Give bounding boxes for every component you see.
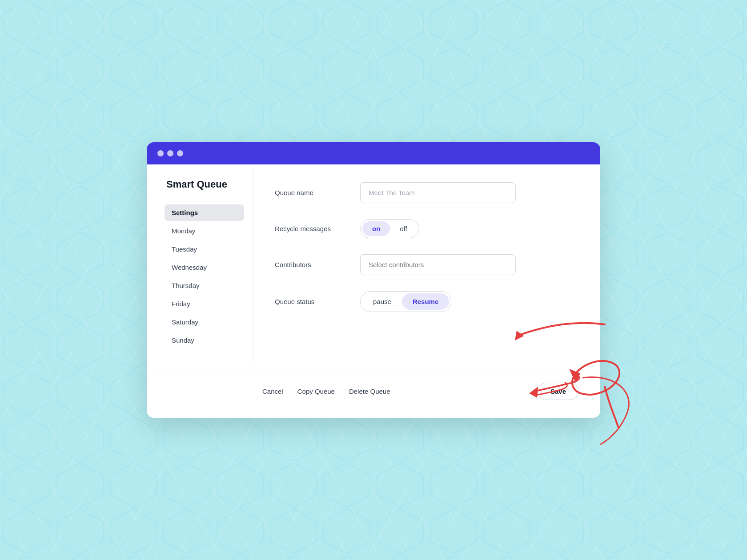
- modal-window: Smart Queue Settings Monday Tuesday Wedn…: [147, 142, 600, 418]
- queue-name-input[interactable]: [360, 182, 516, 203]
- delete-queue-button[interactable]: Delete Queue: [349, 384, 390, 399]
- save-button[interactable]: Save: [538, 383, 579, 400]
- queue-name-row: Queue name: [275, 182, 579, 203]
- footer-actions: Cancel Copy Queue Delete Queue Save: [147, 372, 600, 418]
- traffic-light-3: [177, 150, 183, 156]
- recycle-toggle-group: on off: [360, 219, 419, 238]
- contributors-control: [360, 254, 579, 275]
- app-title: Smart Queue: [165, 179, 244, 190]
- contributors-row: Contributors: [275, 254, 579, 275]
- sidebar-item-friday[interactable]: Friday: [165, 296, 244, 312]
- recycle-off-button[interactable]: off: [390, 221, 417, 236]
- sidebar-item-thursday[interactable]: Thursday: [165, 277, 244, 294]
- contributors-input[interactable]: [360, 254, 516, 275]
- queue-status-row: Queue status pause Resume: [275, 291, 579, 312]
- queue-pause-button[interactable]: pause: [362, 293, 402, 310]
- modal-wrapper: Smart Queue Settings Monday Tuesday Wedn…: [147, 142, 600, 418]
- cancel-button[interactable]: Cancel: [262, 384, 283, 399]
- sidebar-item-settings[interactable]: Settings: [165, 204, 244, 221]
- queue-status-label: Queue status: [275, 298, 346, 305]
- main-content: Queue name Recycle messages on off: [253, 164, 600, 363]
- recycle-messages-label: Recycle messages: [275, 225, 346, 232]
- queue-status-control: pause Resume: [360, 291, 579, 312]
- traffic-light-1: [157, 150, 164, 156]
- sidebar-item-tuesday[interactable]: Tuesday: [165, 241, 244, 257]
- recycle-messages-row: Recycle messages on off: [275, 219, 579, 238]
- title-bar: [147, 142, 600, 164]
- copy-queue-button[interactable]: Copy Queue: [297, 384, 335, 399]
- sidebar-item-wednesday[interactable]: Wednesday: [165, 259, 244, 276]
- sidebar-nav: Settings Monday Tuesday Wednesday Thursd…: [165, 204, 244, 348]
- sidebar: Smart Queue Settings Monday Tuesday Wedn…: [147, 164, 253, 363]
- modal-body: Smart Queue Settings Monday Tuesday Wedn…: [147, 164, 600, 363]
- sidebar-item-saturday[interactable]: Saturday: [165, 314, 244, 330]
- recycle-control: on off: [360, 219, 579, 238]
- recycle-on-button[interactable]: on: [362, 221, 390, 236]
- queue-name-label: Queue name: [275, 189, 346, 196]
- contributors-label: Contributors: [275, 261, 346, 268]
- queue-name-control: [360, 182, 579, 203]
- queue-status-group: pause Resume: [360, 291, 451, 312]
- sidebar-item-monday[interactable]: Monday: [165, 223, 244, 239]
- traffic-light-2: [167, 150, 173, 156]
- sidebar-item-sunday[interactable]: Sunday: [165, 332, 244, 348]
- queue-resume-button[interactable]: Resume: [402, 293, 449, 310]
